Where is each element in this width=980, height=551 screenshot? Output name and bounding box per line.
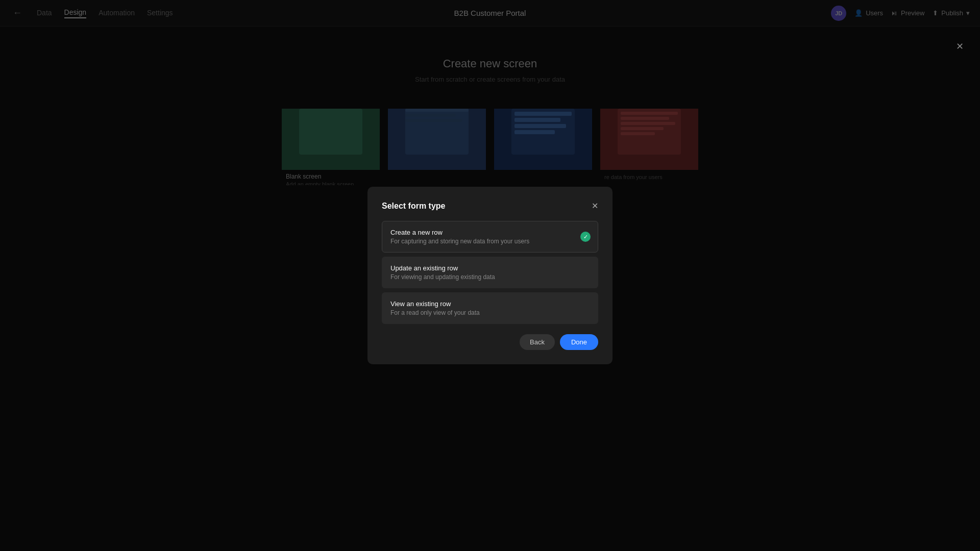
- option-update-desc: For viewing and updating existing data: [390, 273, 590, 281]
- modal-dialog: Select form type ✕ Create a new row For …: [368, 187, 612, 364]
- check-icon: ✓: [580, 232, 591, 242]
- done-button[interactable]: Done: [560, 334, 598, 350]
- option-update-row[interactable]: Update an existing row For viewing and u…: [382, 257, 598, 288]
- modal-title: Select form type: [382, 202, 445, 211]
- option-create-title: Create a new row: [390, 229, 590, 236]
- option-create-row[interactable]: Create a new row For capturing and stori…: [382, 221, 598, 253]
- option-view-title: View an existing row: [390, 300, 590, 308]
- option-view-desc: For a read only view of your data: [390, 309, 590, 316]
- modal-overlay: Select form type ✕ Create a new row For …: [0, 0, 980, 551]
- modal-close-button[interactable]: ✕: [592, 201, 598, 211]
- modal-footer: Back Done: [382, 334, 598, 350]
- option-create-desc: For capturing and storing new data from …: [390, 238, 590, 245]
- back-button[interactable]: Back: [520, 334, 555, 350]
- option-update-title: Update an existing row: [390, 264, 590, 272]
- option-view-row[interactable]: View an existing row For a read only vie…: [382, 292, 598, 324]
- close-corner-icon[interactable]: ✕: [956, 41, 964, 52]
- modal-header: Select form type ✕: [382, 201, 598, 211]
